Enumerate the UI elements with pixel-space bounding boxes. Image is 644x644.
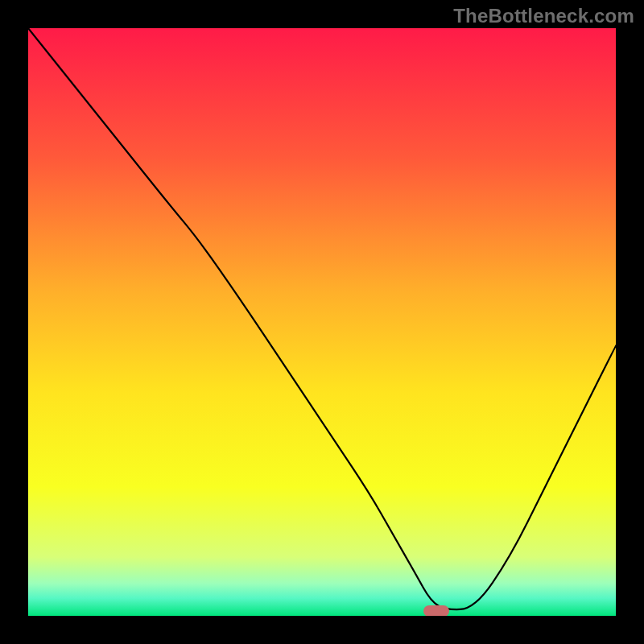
- watermark-label: TheBottleneck.com: [453, 5, 634, 27]
- chart-frame: TheBottleneck.com: [0, 0, 644, 644]
- plot-background: [28, 28, 616, 616]
- plot-area: [28, 28, 616, 616]
- optimal-point-marker: [423, 605, 449, 616]
- chart-svg: [28, 28, 616, 616]
